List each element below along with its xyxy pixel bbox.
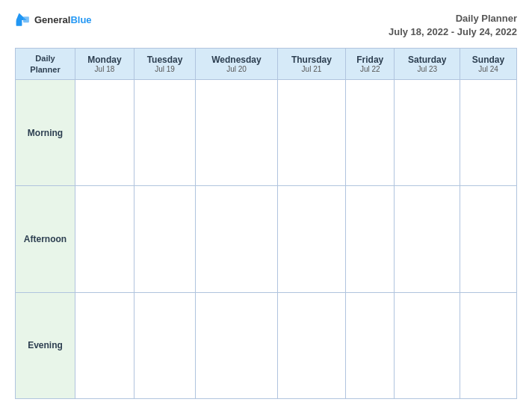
th-wednesday: WednesdayJul 20 [196,49,277,80]
cell-evening-tuesday[interactable] [134,292,195,398]
time-label-afternoon: Afternoon [16,186,75,292]
cell-morning-wednesday[interactable] [196,79,277,185]
planner-table: DailyPlanner MondayJul 18TuesdayJul 19We… [15,48,517,399]
header-row: DailyPlanner MondayJul 18TuesdayJul 19We… [16,49,517,80]
th-friday: FridayJul 22 [346,49,395,80]
cell-morning-thursday[interactable] [277,79,345,185]
row-morning: Morning [16,79,517,185]
time-label-morning: Morning [16,79,75,185]
cell-morning-monday[interactable] [75,79,134,185]
th-sunday: SundayJul 24 [460,49,517,80]
th-tuesday: TuesdayJul 19 [134,49,195,80]
th-day-name: Tuesday [137,55,192,65]
cell-evening-wednesday[interactable] [196,292,277,398]
date-range: July 18, 2022 - July 24, 2022 [389,25,517,39]
logo-blue: Blue [70,14,91,25]
th-date: Jul 20 [199,65,273,73]
th-label-daily: DailyPlanner [30,54,60,73]
th-day-name: Sunday [463,55,513,65]
cell-evening-thursday[interactable] [277,292,345,398]
cell-afternoon-sunday[interactable] [460,186,517,292]
header-title: Daily Planner July 18, 2022 - July 24, 2… [389,12,517,39]
th-thursday: ThursdayJul 21 [277,49,345,80]
row-afternoon: Afternoon [16,186,517,292]
cell-morning-saturday[interactable] [395,79,460,185]
cell-afternoon-friday[interactable] [346,186,395,292]
logo-text: GeneralBlue [34,14,92,26]
logo-area: GeneralBlue [15,12,92,28]
th-date: Jul 23 [398,65,457,73]
th-date: Jul 24 [463,65,513,73]
th-day-name: Thursday [281,55,342,65]
th-day-name: Friday [349,55,391,65]
header: GeneralBlue Daily Planner July 18, 2022 … [15,12,517,39]
th-monday: MondayJul 18 [75,49,134,80]
th-date: Jul 21 [281,65,342,73]
th-day-name: Wednesday [199,55,273,65]
cell-morning-tuesday[interactable] [134,79,195,185]
page: GeneralBlue Daily Planner July 18, 2022 … [0,0,532,411]
cell-afternoon-monday[interactable] [75,186,134,292]
cell-morning-sunday[interactable] [460,79,517,185]
cell-afternoon-saturday[interactable] [395,186,460,292]
th-day-name: Monday [78,55,131,65]
cell-evening-saturday[interactable] [395,292,460,398]
svg-rect-2 [23,16,29,22]
cell-evening-sunday[interactable] [460,292,517,398]
th-date: Jul 22 [349,65,391,73]
cell-evening-monday[interactable] [75,292,134,398]
th-daily-planner: DailyPlanner [16,49,75,80]
th-date: Jul 18 [78,65,131,73]
th-day-name: Saturday [398,55,457,65]
cell-evening-friday[interactable] [346,292,395,398]
time-label-evening: Evening [16,292,75,398]
row-evening: Evening [16,292,517,398]
cell-morning-friday[interactable] [346,79,395,185]
th-saturday: SaturdayJul 23 [395,49,460,80]
main-title: Daily Planner [389,12,517,25]
svg-rect-0 [16,20,22,26]
cell-afternoon-wednesday[interactable] [196,186,277,292]
th-date: Jul 19 [137,65,192,73]
cell-afternoon-thursday[interactable] [277,186,345,292]
cell-afternoon-tuesday[interactable] [134,186,195,292]
logo-icon [15,12,31,28]
